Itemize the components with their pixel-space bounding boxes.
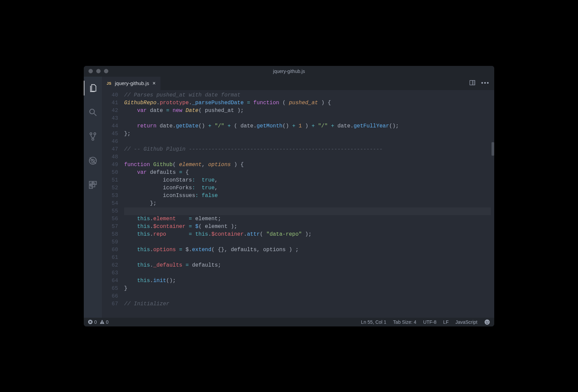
maximize-window-button[interactable] [104, 69, 108, 73]
bug-icon [88, 156, 98, 165]
close-window-button[interactable] [88, 69, 93, 73]
smiley-icon [484, 319, 490, 325]
svg-point-23 [484, 319, 490, 324]
status-bar-left: 0 0 [88, 319, 109, 325]
editor-actions: ••• [469, 77, 494, 90]
split-editor-button[interactable] [469, 79, 476, 87]
file-tab-label: jquery-github.js [115, 80, 149, 86]
code-content[interactable]: // Parses pushed_at with date formatGith… [124, 90, 491, 318]
status-bar-right: Ln 55, Col 1 Tab Size: 4 UTF-8 LF JavaSc… [361, 319, 490, 325]
close-tab-button[interactable]: × [152, 80, 155, 86]
code-editor[interactable]: 4041424344454647484950515253545556575859… [102, 90, 494, 318]
svg-point-22 [102, 323, 102, 323]
line-numbers: 4041424344454647484950515253545556575859… [102, 90, 124, 318]
window-controls [84, 69, 108, 73]
svg-point-24 [486, 321, 486, 322]
warning-icon [100, 319, 105, 324]
svg-line-1 [94, 113, 97, 116]
file-type-badge: JS [107, 81, 111, 85]
git-branch-icon [88, 132, 98, 141]
search-tab[interactable] [84, 105, 102, 120]
editor-window: jquery-github.js JS [84, 66, 494, 326]
status-bar: 0 0 Ln 55, Col 1 Tab Size: 4 UTF-8 LF Ja… [84, 318, 494, 326]
activity-bar [84, 77, 102, 318]
eol[interactable]: LF [443, 319, 448, 325]
svg-point-2 [90, 132, 92, 134]
overview-ruler[interactable] [491, 90, 494, 318]
extensions-icon [88, 180, 98, 190]
encoding[interactable]: UTF-8 [423, 319, 437, 325]
window-title: jquery-github.js [84, 69, 494, 74]
scrollbar-mark [492, 142, 494, 156]
svg-point-25 [488, 321, 489, 322]
debug-tab[interactable] [84, 153, 102, 168]
language-mode[interactable]: JavaScript [456, 319, 477, 325]
svg-line-9 [90, 160, 91, 160]
cursor-position[interactable]: Ln 55, Col 1 [361, 319, 387, 325]
more-actions-button[interactable]: ••• [481, 80, 490, 87]
split-editor-icon [469, 79, 476, 86]
svg-rect-14 [91, 183, 95, 187]
error-icon [88, 319, 93, 324]
svg-line-10 [95, 160, 96, 160]
svg-rect-17 [473, 81, 475, 85]
explorer-tab[interactable] [84, 81, 102, 95]
svg-point-4 [92, 138, 94, 140]
warnings-indicator[interactable]: 0 [100, 319, 109, 325]
errors-count: 0 [94, 319, 97, 325]
main-body: JS jquery-github.js × ••• 40414243444546… [84, 77, 494, 318]
feedback-button[interactable] [484, 319, 490, 325]
svg-point-0 [90, 109, 95, 114]
errors-indicator[interactable]: 0 [88, 319, 97, 325]
tab-size[interactable]: Tab Size: 4 [393, 319, 416, 325]
files-icon [88, 83, 98, 93]
tab-bar: JS jquery-github.js × ••• [102, 77, 494, 90]
warnings-count: 0 [106, 319, 109, 325]
minimize-window-button[interactable] [96, 69, 101, 73]
extensions-tab[interactable] [84, 178, 102, 192]
svg-point-3 [94, 132, 96, 134]
titlebar: jquery-github.js [84, 66, 494, 77]
source-control-tab[interactable] [84, 129, 102, 144]
editor-area: JS jquery-github.js × ••• 40414243444546… [102, 77, 494, 318]
file-tab[interactable]: JS jquery-github.js × [102, 77, 160, 90]
search-icon [88, 108, 98, 117]
